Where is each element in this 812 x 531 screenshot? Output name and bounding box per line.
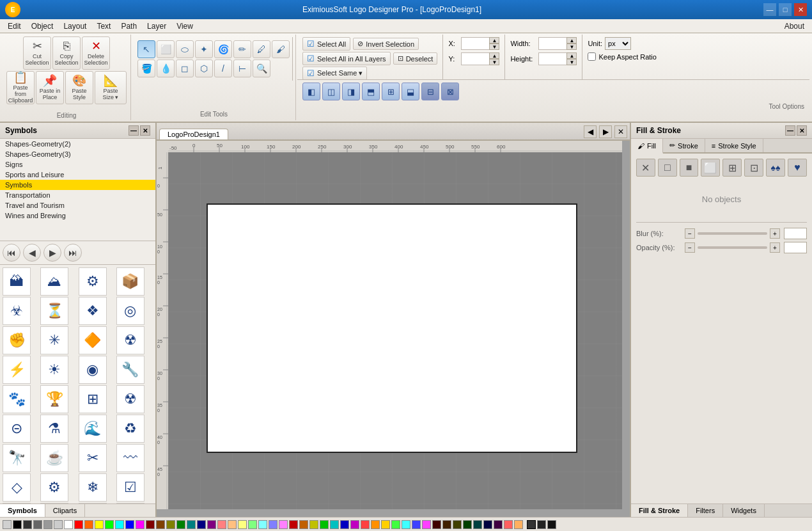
nav-last-button[interactable]: ⏭	[64, 244, 82, 262]
symbol-2[interactable]: ⚙	[79, 267, 107, 296]
tab-stroke[interactable]: ✏ Stroke	[663, 139, 705, 152]
category-symbols[interactable]: Symbols	[0, 180, 155, 190]
swatch-olive[interactable]	[166, 520, 175, 529]
fill-pattern-button[interactable]: ⊞	[722, 159, 742, 177]
y-down-button[interactable]: ▼	[489, 59, 499, 65]
canvas-scroll-area[interactable]	[168, 152, 622, 509]
category-signs[interactable]: Signs	[0, 159, 155, 170]
menu-layout[interactable]: Layout	[58, 20, 91, 32]
swatch-lightblue[interactable]	[269, 520, 277, 529]
tab-symbols[interactable]: Symbols	[0, 504, 45, 517]
x-down-button[interactable]: ▼	[489, 44, 499, 50]
swatch-violet[interactable]	[350, 520, 359, 529]
opacity-increase-button[interactable]: +	[770, 242, 780, 253]
symbol-9[interactable]: ✳	[40, 326, 68, 354]
swatch-magenta[interactable]	[136, 520, 144, 529]
paste-clipboard-button[interactable]: 📋 Paste fromClipboard	[6, 71, 35, 104]
select-tool-button[interactable]: ↖	[137, 40, 155, 58]
crop-tool-button[interactable]: ⬡	[195, 59, 213, 77]
minimize-button[interactable]: —	[763, 3, 776, 16]
symbol-5[interactable]: ⏳	[40, 297, 68, 325]
star-tool-button[interactable]: ✦	[195, 40, 213, 58]
canvas-tab-design1[interactable]: LogoProDesign1	[159, 129, 228, 139]
align-left-button[interactable]: ◧	[302, 83, 320, 100]
swatch-lime2[interactable]	[320, 520, 329, 529]
menu-edit[interactable]: Edit	[3, 20, 26, 32]
symbol-19[interactable]: ☢	[116, 385, 144, 413]
zoom-tool-button[interactable]: 🔍	[253, 59, 270, 77]
bottom-tab-widgets[interactable]: Widgets	[723, 504, 765, 517]
swatch-red[interactable]	[74, 520, 83, 529]
heart-button[interactable]: ♥	[788, 159, 807, 177]
cut-button[interactable]: ✂ CutSelection	[23, 36, 51, 70]
menu-object[interactable]: Object	[26, 20, 59, 32]
symbol-23[interactable]: ♻	[116, 415, 144, 443]
symbol-24[interactable]: 🔭	[3, 444, 31, 472]
symbol-17[interactable]: 🏆	[40, 385, 68, 413]
blur-value-input[interactable]: 0	[784, 228, 807, 239]
align-center-button[interactable]: ◫	[322, 83, 340, 100]
swatch-tomato[interactable]	[361, 520, 370, 529]
swatch-orchid[interactable]	[422, 520, 431, 529]
copy-button[interactable]: ⎘ CopySelection	[52, 36, 81, 70]
select-all-layers-button[interactable]: ☑ Select All in All Layers	[302, 52, 391, 65]
swatch-medblue[interactable]	[412, 520, 421, 529]
swatch-cyan[interactable]	[115, 520, 124, 529]
category-wines[interactable]: Wines and Brewing	[0, 210, 155, 221]
category-travel[interactable]: Travel and Tourism	[0, 200, 155, 210]
swatch-teal[interactable]	[187, 520, 196, 529]
symbol-10[interactable]: 🔶	[79, 326, 107, 354]
swatch-navy[interactable]	[197, 520, 206, 529]
swatch-darkorange[interactable]	[371, 520, 380, 529]
nav-prev-button[interactable]: ◀	[23, 244, 41, 262]
align-right-button[interactable]: ◨	[342, 83, 360, 100]
calligraphy-tool-button[interactable]: 🖌	[272, 40, 290, 58]
swatch-lightgreen[interactable]	[248, 520, 257, 529]
swatch-darkgray[interactable]	[23, 520, 32, 529]
symbol-21[interactable]: ⚗	[40, 415, 68, 443]
symbol-31[interactable]: ☑	[116, 473, 144, 502]
line-tool-button[interactable]: /	[214, 59, 232, 77]
swatch-darkteal[interactable]	[473, 520, 482, 529]
category-shapes-geo-2[interactable]: Shapes-Geometry(2)	[0, 139, 155, 149]
fill-radial-button[interactable]: ⬜	[701, 159, 720, 177]
swatch-royalblue[interactable]	[340, 520, 349, 529]
swatch-orange[interactable]	[84, 520, 93, 529]
width-up-button[interactable]: ▲	[566, 37, 577, 44]
nav-next-button[interactable]: ▶	[43, 244, 61, 262]
symbol-28[interactable]: ◇	[3, 473, 31, 502]
menu-text[interactable]: Text	[91, 20, 116, 32]
category-sports[interactable]: Sports and Leisure	[0, 170, 155, 180]
swatch-darkbrown[interactable]	[442, 520, 451, 529]
swatch-salmon[interactable]	[504, 520, 513, 529]
tab-stroke-style[interactable]: ≡ Stroke Style	[705, 139, 763, 152]
invert-selection-button[interactable]: ⊘ Invert Selection	[353, 38, 419, 50]
opacity-value-input[interactable]: 0	[784, 242, 807, 253]
blur-decrease-button[interactable]: −	[685, 228, 695, 239]
category-transportation[interactable]: Transportation	[0, 190, 155, 200]
x-up-button[interactable]: ▲	[489, 37, 499, 44]
symbol-14[interactable]: ◉	[79, 356, 107, 384]
paste-inplace-button[interactable]: 📌 Paste inPlace	[36, 71, 64, 104]
fill-flat-button[interactable]: □	[658, 159, 677, 177]
deselect-button[interactable]: ⊡ Deselect	[393, 52, 438, 65]
swatch-black[interactable]	[13, 520, 22, 529]
symbol-1[interactable]: ⛰	[40, 267, 68, 296]
align-middle-button[interactable]: ⊞	[382, 83, 400, 100]
swatch-peach[interactable]	[228, 520, 237, 529]
distribute-v-button[interactable]: ⊠	[441, 83, 459, 100]
swatch-gray[interactable]	[33, 520, 42, 529]
swatch-white[interactable]	[64, 520, 73, 529]
width-down-button[interactable]: ▼	[566, 44, 577, 50]
opacity-decrease-button[interactable]: −	[685, 242, 695, 253]
swatch-lightcyan[interactable]	[258, 520, 267, 529]
swatch-dark3[interactable]	[547, 520, 556, 529]
paste-size-button[interactable]: 📐 PasteSize ▾	[95, 71, 127, 104]
swatch-darkolive[interactable]	[453, 520, 462, 529]
symbol-26[interactable]: ✂	[79, 444, 107, 472]
panel-close-button[interactable]: ✕	[140, 125, 150, 136]
symbol-11[interactable]: ☢	[116, 326, 144, 354]
swatch-amber[interactable]	[299, 520, 308, 529]
pencil-tool-button[interactable]: ✏	[233, 40, 251, 58]
swatch-pink[interactable]	[279, 520, 288, 529]
